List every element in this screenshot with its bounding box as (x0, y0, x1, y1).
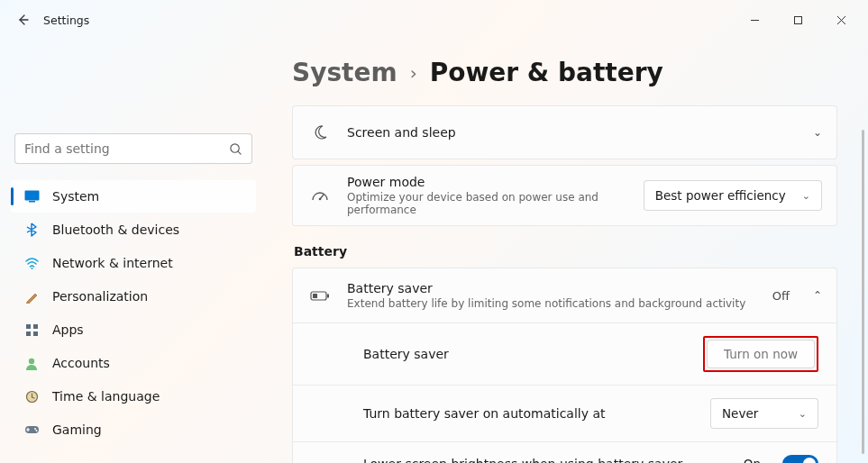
gauge-icon (309, 189, 331, 202)
nav-item-apps[interactable]: Apps (11, 313, 256, 346)
chevron-down-icon: ⌄ (802, 190, 810, 202)
back-button[interactable] (7, 4, 40, 36)
battery-saver-header[interactable]: Battery saver Extend battery life by lim… (293, 268, 836, 322)
battery-saver-state: Off (772, 289, 790, 303)
row-subtitle: Optimize your device based on power use … (347, 191, 627, 216)
chevron-right-icon: › (410, 62, 417, 84)
arrow-left-icon (16, 13, 31, 27)
chevron-up-icon: ⌃ (813, 289, 822, 302)
nav-item-gaming[interactable]: Gaming (11, 413, 256, 446)
dropdown-value: Never (722, 406, 758, 421)
svg-rect-7 (26, 331, 31, 336)
search-box[interactable] (14, 133, 252, 164)
nav-item-time[interactable]: Time & language (11, 380, 256, 413)
row-subtitle: Extend battery life by limiting some not… (347, 297, 756, 310)
svg-rect-8 (33, 331, 38, 336)
nav-label: Apps (52, 322, 84, 337)
toggle-state-label: On (744, 457, 761, 463)
titlebar: Settings (0, 0, 868, 40)
svg-rect-16 (327, 294, 329, 297)
scrollbar[interactable] (862, 130, 864, 454)
battery-saver-auto-row: Turn battery saver on automatically at N… (293, 385, 836, 441)
battery-saver-card: Battery saver Extend battery life by lim… (292, 268, 837, 463)
window-controls (735, 6, 861, 33)
nav-label: Time & language (52, 389, 160, 404)
turn-on-now-button[interactable]: Turn on now (707, 340, 815, 368)
nav-item-bluetooth[interactable]: Bluetooth & devices (11, 213, 256, 246)
subrow-label: Battery saver (363, 347, 689, 361)
svg-point-12 (34, 428, 36, 430)
svg-rect-2 (24, 191, 39, 201)
bluetooth-icon (23, 222, 40, 238)
row-title: Screen and sleep (347, 125, 797, 140)
minimize-icon (750, 15, 760, 25)
svg-point-1 (231, 143, 239, 151)
sidebar: System Bluetooth & devices Network & int… (0, 40, 267, 463)
time-icon (23, 388, 40, 404)
nav-label: Gaming (52, 422, 102, 437)
breadcrumb: System › Power & battery (292, 58, 837, 87)
svg-point-4 (31, 268, 32, 269)
search-icon (229, 142, 242, 156)
button-label: Turn on now (724, 347, 798, 361)
network-icon (23, 255, 40, 271)
nav-item-accounts[interactable]: Accounts (11, 347, 256, 379)
svg-rect-5 (26, 324, 31, 329)
row-power-mode: Power mode Optimize your device based on… (292, 165, 837, 226)
nav-item-personalization[interactable]: Personalization (11, 280, 256, 313)
chevron-down-icon: ⌄ (799, 408, 807, 420)
svg-point-13 (35, 430, 37, 431)
search-input[interactable] (24, 141, 222, 156)
subrow-label: Lower screen brightness when using batte… (363, 457, 729, 463)
row-screen-sleep[interactable]: Screen and sleep ⌄ (292, 105, 837, 159)
moon-icon (309, 124, 331, 141)
lower-brightness-toggle[interactable] (782, 455, 818, 463)
svg-rect-6 (33, 324, 38, 329)
svg-point-9 (29, 358, 34, 363)
row-title: Power mode (347, 175, 627, 189)
nav-label: Personalization (52, 289, 148, 304)
nav-label: Accounts (52, 356, 110, 370)
breadcrumb-prev[interactable]: System (292, 58, 397, 87)
svg-rect-0 (794, 16, 801, 23)
chevron-down-icon: ⌄ (813, 126, 822, 139)
system-icon (23, 188, 40, 204)
highlight-annotation: Turn on now (703, 336, 818, 372)
svg-rect-17 (313, 294, 317, 298)
nav-label: Bluetooth & devices (52, 222, 179, 237)
close-icon (836, 15, 846, 25)
subrow-label: Turn battery saver on automatically at (363, 406, 696, 421)
window-title: Settings (43, 14, 89, 27)
nav-item-network[interactable]: Network & internet (11, 247, 256, 279)
maximize-button[interactable] (778, 6, 818, 33)
auto-threshold-dropdown[interactable]: Never ⌄ (710, 398, 818, 429)
nav-item-system[interactable]: System (11, 180, 256, 213)
close-button[interactable] (821, 6, 861, 33)
accounts-icon (23, 355, 40, 371)
svg-point-14 (319, 198, 322, 201)
power-mode-dropdown[interactable]: Best power efficiency ⌄ (644, 180, 822, 211)
nav-list: System Bluetooth & devices Network & int… (11, 180, 256, 446)
breadcrumb-current: Power & battery (430, 58, 663, 87)
svg-rect-3 (29, 201, 35, 203)
section-battery: Battery (294, 244, 837, 259)
maximize-icon (793, 15, 803, 25)
battery-icon (309, 290, 331, 302)
lower-brightness-row: Lower screen brightness when using batte… (293, 441, 836, 463)
row-title: Battery saver (347, 281, 756, 295)
dropdown-value: Best power efficiency (655, 188, 786, 203)
content-pane: System › Power & battery Screen and slee… (267, 40, 868, 463)
apps-icon (23, 322, 40, 338)
personalization-icon (23, 288, 40, 304)
battery-saver-turn-on-row: Battery saver Turn on now (293, 322, 836, 385)
gaming-icon (23, 422, 40, 438)
nav-label: Network & internet (52, 256, 173, 270)
nav-label: System (52, 189, 99, 204)
minimize-button[interactable] (735, 6, 774, 33)
